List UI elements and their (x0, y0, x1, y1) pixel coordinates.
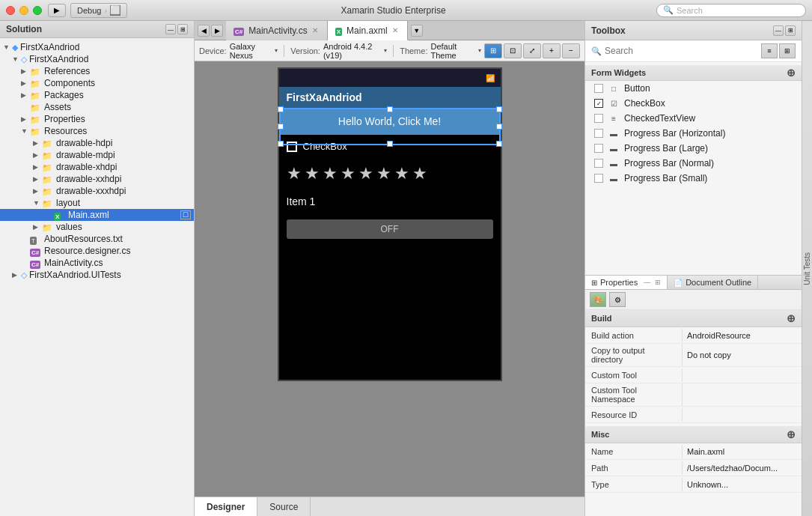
fullscreen-btn[interactable]: ⤢ (523, 43, 541, 58)
star-5: ★ (358, 164, 373, 183)
close-button[interactable] (6, 6, 15, 15)
tree-item-components[interactable]: ▶ Components (0, 77, 194, 89)
drawable-xxxhdpi-label: drawable-xxxhdpi (56, 186, 126, 196)
cs-icon-main: C# (30, 258, 42, 267)
tree-item-properties[interactable]: ▶ Properties (0, 113, 194, 125)
toolbox-list-view-btn[interactable]: ≡ (761, 43, 778, 58)
tree-item-resources[interactable]: ▼ Resources (0, 125, 194, 137)
tab-main-axml[interactable]: X Main.axml ✕ (328, 21, 408, 40)
name-label: Name (585, 445, 683, 458)
build-action-value[interactable]: AndroidResource (683, 329, 802, 342)
theme-dropdown-arrow[interactable]: ▾ (478, 47, 481, 54)
custom-tool-ns-value[interactable] (683, 392, 802, 397)
run-button[interactable]: ▶ (48, 4, 66, 17)
toolbox-expand-btn[interactable]: ⊞ (785, 25, 796, 36)
tree-item-references[interactable]: ▶ References (0, 65, 194, 77)
type-value: Unknown... (683, 478, 802, 491)
copy-output-value[interactable]: Do not copy (683, 348, 802, 362)
debug-label: Debug (77, 6, 101, 15)
tree-item-aboutresources[interactable]: T AboutResources.txt (0, 233, 194, 245)
checkbox-widget[interactable] (287, 142, 297, 152)
sidebar-expand-btn[interactable]: ⊞ (177, 24, 188, 34)
tree-item-mainactivity[interactable]: C# MainActivity.cs (0, 257, 194, 269)
build-section-add-btn[interactable]: ⊕ (787, 312, 796, 324)
props-row-path: Path /Users/tedzhao/Docum... (585, 460, 802, 476)
custom-tool-value[interactable] (683, 373, 802, 377)
toolbox-grid-view-btn[interactable]: ⊞ (779, 43, 796, 58)
toggle-bar[interactable]: OFF (287, 219, 493, 239)
tree-item-drawable-xhdpi[interactable]: ▶ drawable-xhdpi (0, 161, 194, 173)
tree-item-drawable-xxxhdpi[interactable]: ▶ drawable-xxxhdpi (0, 185, 194, 197)
folder-icon-properties (30, 115, 42, 124)
app-title: Xamarin Studio Enterprise (130, 5, 656, 16)
props-sort-btn[interactable]: ⚙ (609, 292, 626, 307)
misc-section-add-btn[interactable]: ⊕ (787, 428, 796, 440)
widget-item-pb-n[interactable]: ▬ Progress Bar (Normal) (585, 156, 802, 171)
sidebar-minimize-btn[interactable]: — (165, 24, 176, 34)
tree-item-drawable-xxhdpi[interactable]: ▶ drawable-xxhdpi (0, 173, 194, 185)
packages-label: Packages (44, 90, 84, 100)
build-section-label: Build (591, 314, 612, 323)
hello-button[interactable]: Hello World, Click Me! (279, 108, 501, 135)
pb-h-label: Progress Bar (Horizontal) (624, 128, 725, 139)
version-dropdown-arrow[interactable]: ▾ (384, 47, 387, 54)
tree-item-values[interactable]: ▶ values (0, 221, 194, 233)
uitests-label: FirstXaAndriod.UITests (29, 270, 121, 280)
landscape-btn[interactable]: ⊡ (504, 43, 522, 58)
resource-id-label: Resource ID (585, 408, 683, 422)
resource-id-value[interactable] (683, 413, 802, 417)
bottom-tab-source[interactable]: Source (257, 497, 311, 516)
widget-item-pb-s[interactable]: ▬ Progress Bar (Small) (585, 171, 802, 186)
widget-section-form: Form Widgets ⊕ □ Button ✓ ☑ CheckBox (585, 62, 802, 189)
widget-item-button[interactable]: □ Button (585, 81, 802, 96)
tree-item-resource-designer[interactable]: C# Resource.designer.cs (0, 245, 194, 257)
toolbox-search-input[interactable] (605, 46, 761, 56)
path-value: /Users/tedzhao/Docum... (683, 461, 802, 475)
unit-tests-sidebar[interactable]: Unit Tests (802, 21, 812, 516)
props-tab-properties[interactable]: ⊞ Properties — ⊞ (585, 276, 668, 289)
tab-prev-btn[interactable]: ◀ (198, 25, 210, 37)
search-icon: 🔍 (663, 5, 674, 15)
tree-item-layout[interactable]: ▼ layout (0, 197, 194, 209)
sidebar-controls: — ⊞ (165, 24, 188, 34)
tab-mainactivity-close[interactable]: ✕ (312, 26, 318, 34)
props-row-build-action: Build action AndroidResource (585, 327, 802, 344)
maximize-button[interactable] (33, 6, 42, 15)
props-expand-btn[interactable]: ⊞ (655, 279, 661, 286)
device-dropdown-arrow[interactable]: ▾ (275, 47, 278, 54)
tab-mainactivity[interactable]: C# MainActivity.cs ✕ (226, 21, 328, 40)
widget-item-pb-h[interactable]: ▬ Progress Bar (Horizontal) (585, 126, 802, 141)
widget-item-checkedtv[interactable]: ≡ CheckedTextView (585, 111, 802, 126)
search-bar[interactable]: 🔍 Search (656, 4, 806, 17)
file-badge: ☐ (180, 210, 191, 219)
tab-main-axml-close[interactable]: ✕ (392, 26, 398, 34)
props-color-btn[interactable]: 🎨 (590, 292, 606, 307)
tree-item-main-axml[interactable]: X Main.axml ☐ (0, 209, 194, 221)
tree-item-root[interactable]: ▼ ◆ FirstXaAndriod (0, 41, 194, 53)
assets-label: Assets (44, 102, 71, 112)
tree-item-drawable-mdpi[interactable]: ▶ drawable-mdpi (0, 149, 194, 161)
widget-item-pb-l[interactable]: ▬ Progress Bar (Large) (585, 141, 802, 156)
toggle-row: OFF (279, 213, 501, 245)
designer-tab-label: Designer (207, 502, 245, 512)
tree-item-project[interactable]: ▼ ◇ FirstXaAndriod (0, 53, 194, 65)
tree-item-packages[interactable]: ▶ Packages (0, 89, 194, 101)
zoom-out-btn[interactable]: − (562, 43, 580, 58)
props-tab-doc-outline[interactable]: 📄 Document Outline (668, 276, 758, 289)
tree-item-drawable-hdpi[interactable]: ▶ drawable-hdpi (0, 137, 194, 149)
tab-overflow-btn[interactable]: ▼ (411, 25, 423, 37)
props-toolbar: 🎨 ⚙ (585, 290, 802, 310)
minimize-button[interactable] (19, 6, 28, 15)
tab-next-btn[interactable]: ▶ (211, 25, 223, 37)
tree-item-assets[interactable]: Assets (0, 101, 194, 113)
widget-item-checkbox[interactable]: ✓ ☑ CheckBox (585, 96, 802, 111)
form-widgets-add-btn[interactable]: ⊕ (787, 67, 796, 79)
portrait-btn[interactable]: ⊞ (484, 43, 502, 58)
props-close-btn[interactable]: — (644, 279, 650, 286)
zoom-in-btn[interactable]: + (543, 43, 561, 58)
folder-icon-references (30, 67, 42, 76)
name-value[interactable]: Main.axml (683, 445, 802, 458)
bottom-tab-designer[interactable]: Designer (195, 497, 257, 516)
tree-item-uitests[interactable]: ▶ ◇ FirstXaAndriod.UITests (0, 269, 194, 281)
toolbox-minimize-btn[interactable]: — (773, 25, 784, 36)
